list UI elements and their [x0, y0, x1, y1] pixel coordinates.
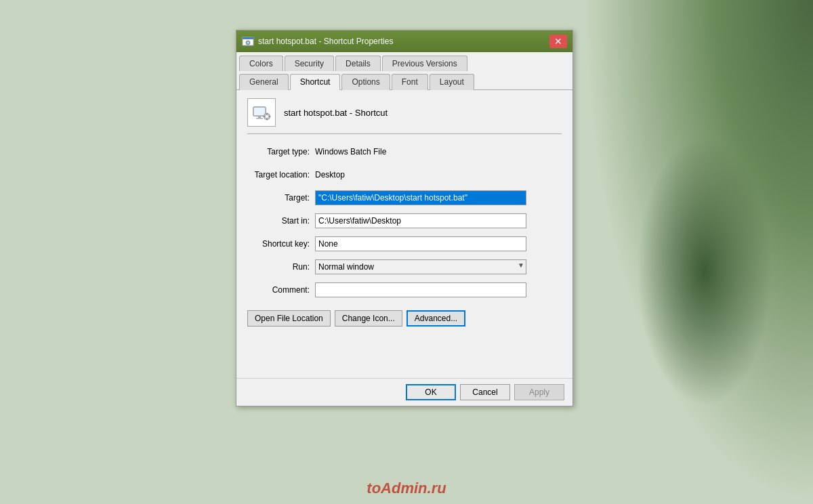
svg-rect-5 [253, 107, 266, 116]
spacer [247, 327, 562, 367]
apply-button[interactable]: Apply [514, 384, 564, 400]
tab-row-2: General Shortcut Options Font Layout [236, 70, 572, 89]
cancel-button[interactable]: Cancel [460, 384, 510, 400]
watermark: toAdmin.ru [367, 480, 446, 497]
advanced-button[interactable]: Advanced... [406, 310, 465, 327]
tab-shortcut[interactable]: Shortcut [290, 74, 341, 90]
shortcut-key-label: Shortcut key: [247, 239, 315, 249]
change-icon-button[interactable]: Change Icon... [335, 310, 402, 327]
svg-rect-12 [264, 116, 265, 117]
tab-general[interactable]: General [239, 74, 289, 90]
shortcut-properties-dialog: start hotspot.bat - Shortcut Properties … [236, 30, 573, 406]
comment-label: Comment: [247, 285, 315, 295]
run-select[interactable]: Normal window Minimized Maximized [315, 259, 526, 274]
target-input[interactable] [315, 190, 526, 205]
tab-details[interactable]: Details [335, 56, 381, 71]
background-leaf-decoration-2 [637, 135, 772, 406]
tab-layout[interactable]: Layout [430, 74, 474, 90]
target-location-value: Desktop [315, 170, 345, 180]
svg-rect-6 [258, 116, 261, 118]
tab-row-1: Colors Security Details Previous Version… [236, 52, 572, 70]
ok-button[interactable]: OK [406, 384, 456, 400]
bottom-bar: OK Cancel Apply [236, 378, 572, 406]
shortcut-key-input[interactable] [315, 236, 526, 251]
svg-point-9 [266, 115, 269, 119]
target-label: Target: [247, 193, 315, 203]
svg-rect-1 [243, 37, 253, 39]
close-button[interactable]: ✕ [549, 35, 567, 48]
file-icon-box [247, 98, 276, 127]
target-location-row: Target location: Desktop [247, 167, 562, 183]
start-in-label: Start in: [247, 216, 315, 226]
file-header: start hotspot.bat - Shortcut [247, 98, 562, 134]
tab-previous-versions[interactable]: Previous Versions [382, 56, 467, 71]
run-label: Run: [247, 262, 315, 272]
target-type-value: Windows Batch File [315, 147, 386, 156]
run-row: Run: Normal window Minimized Maximized ▼ [247, 259, 562, 275]
svg-rect-11 [266, 119, 268, 120]
target-location-label: Target location: [247, 170, 315, 180]
dialog-content: start hotspot.bat - Shortcut Target type… [236, 90, 572, 378]
file-title: start hotspot.bat - Shortcut [284, 108, 388, 118]
background-leaf-decoration [583, 0, 813, 504]
title-bar: start hotspot.bat - Shortcut Properties … [236, 30, 572, 52]
comment-input[interactable] [315, 282, 526, 297]
svg-rect-13 [269, 116, 270, 117]
shortcut-key-row: Shortcut key: [247, 236, 562, 252]
action-buttons: Open File Location Change Icon... Advanc… [247, 310, 562, 327]
tab-security[interactable]: Security [285, 56, 334, 71]
svg-point-3 [247, 42, 249, 44]
open-file-location-button[interactable]: Open File Location [247, 310, 331, 327]
start-in-row: Start in: [247, 213, 562, 229]
dialog-title: start hotspot.bat - Shortcut Properties [258, 37, 549, 46]
target-row: Target: [247, 190, 562, 206]
tab-colors[interactable]: Colors [239, 56, 283, 71]
target-type-label: Target type: [247, 147, 315, 156]
title-bar-icon [242, 35, 254, 47]
tab-font[interactable]: Font [392, 74, 428, 90]
tab-options[interactable]: Options [341, 74, 390, 90]
svg-rect-7 [256, 118, 263, 119]
target-type-row: Target type: Windows Batch File [247, 144, 562, 160]
svg-rect-10 [266, 113, 268, 114]
comment-row: Comment: [247, 282, 562, 298]
tabs-container: Colors Security Details Previous Version… [236, 52, 572, 90]
file-type-icon [252, 103, 271, 122]
run-select-wrapper: Normal window Minimized Maximized ▼ [315, 259, 526, 274]
start-in-input[interactable] [315, 213, 526, 228]
